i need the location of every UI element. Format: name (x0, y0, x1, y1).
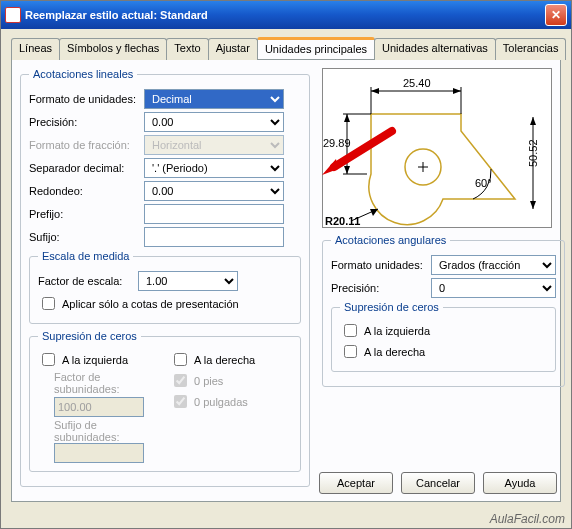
app-icon (5, 7, 21, 23)
scalefactor-label: Factor de escala: (38, 275, 138, 287)
fraction-format-select: Horizontal (144, 135, 284, 155)
close-button[interactable]: ✕ (545, 4, 567, 26)
tab-simbolos[interactable]: Símbolos y flechas (59, 38, 167, 60)
zs-inches-checkbox (174, 395, 187, 408)
prefix-label: Prefijo: (29, 208, 144, 220)
apply-layout-only-checkbox[interactable] (42, 297, 55, 310)
angular-precision-select[interactable]: 0 (431, 278, 556, 298)
svg-marker-5 (453, 88, 461, 94)
unit-format-select[interactable]: Decimal (144, 89, 284, 109)
watermark: AulaFacil.com (490, 512, 565, 526)
zs-inches-label: 0 pulgadas (194, 396, 248, 408)
zs-feet-label: 0 pies (194, 375, 223, 387)
svg-marker-4 (371, 88, 379, 94)
window-title: Reemplazar estilo actual: Standard (25, 9, 545, 21)
precision-label: Precisión: (29, 116, 144, 128)
decimal-separator-select[interactable]: '.' (Periodo) (144, 158, 284, 178)
preview-dim-radius: R20.11 (325, 215, 360, 227)
ang-zs-leading-checkbox[interactable] (344, 324, 357, 337)
roundoff-spinner[interactable]: 0.00 (144, 181, 284, 201)
tab-texto[interactable]: Texto (166, 38, 208, 60)
prefix-input[interactable] (144, 204, 284, 224)
zero-suppression-group: Supresión de ceros A la izquierda Factor… (29, 330, 301, 472)
scale-factor-spinner[interactable]: 1.00 (138, 271, 238, 291)
linear-group: Acotaciones lineales Formato de unidades… (20, 68, 310, 487)
preview-dim-angle: 60° (475, 177, 492, 189)
ok-button[interactable]: Aceptar (319, 472, 393, 494)
svg-marker-15 (530, 201, 536, 209)
tab-tolerancias[interactable]: Tolerancias (495, 38, 567, 60)
zs-leading-checkbox[interactable] (42, 353, 55, 366)
ang-unitfmt-label: Formato unidades: (331, 259, 431, 271)
ang-zs-trailing-checkbox[interactable] (344, 345, 357, 358)
zs-trailing-checkbox[interactable] (174, 353, 187, 366)
tab-ajustar[interactable]: Ajustar (208, 38, 258, 60)
ang-zs-leading-label: A la izquierda (364, 325, 430, 337)
angular-legend: Acotaciones angulares (331, 234, 450, 246)
scale-legend: Escala de medida (38, 250, 133, 262)
tab-unidades-principales[interactable]: Unidades principales (257, 37, 375, 59)
tab-lineas[interactable]: Líneas (11, 38, 60, 60)
zs-feet-checkbox (174, 374, 187, 387)
dialog-buttons: Aceptar Cancelar Ayuda (319, 472, 557, 494)
dimension-preview: 25.40 29.89 50.52 60° R20.11 (322, 68, 552, 228)
subfactor-label: Factor de subunidades: (54, 371, 160, 395)
dialog-window: Reemplazar estilo actual: Standard ✕ Lín… (0, 0, 572, 529)
scale-group: Escala de medida Factor de escala: 1.00 … (29, 250, 301, 324)
tabstrip: Líneas Símbolos y flechas Texto Ajustar … (11, 37, 561, 60)
zs-trailing-label: A la derecha (194, 354, 255, 366)
svg-marker-14 (530, 117, 536, 125)
apply-layout-only-label: Aplicar sólo a cotas de presentación (62, 298, 239, 310)
ang-zs-trailing-label: A la derecha (364, 346, 425, 358)
suffix-input[interactable] (144, 227, 284, 247)
titlebar: Reemplazar estilo actual: Standard ✕ (1, 1, 571, 29)
svg-marker-10 (344, 166, 350, 174)
angular-zs-group: Supresión de ceros A la izquierda A la d… (331, 301, 556, 372)
tab-panel: Acotaciones lineales Formato de unidades… (11, 60, 561, 502)
preview-dim-left: 29.89 (323, 137, 351, 149)
decsep-label: Separador decimal: (29, 162, 144, 174)
precision-select[interactable]: 0.00 (144, 112, 284, 132)
round-label: Redondeo: (29, 185, 144, 197)
help-button[interactable]: Ayuda (483, 472, 557, 494)
cancel-button[interactable]: Cancelar (401, 472, 475, 494)
angular-group: Acotaciones angulares Formato unidades: … (322, 234, 565, 387)
subsuffix-input (54, 443, 144, 463)
ang-precision-label: Precisión: (331, 282, 431, 294)
linear-legend: Acotaciones lineales (29, 68, 137, 80)
subfactor-input (54, 397, 144, 417)
zs-legend: Supresión de ceros (38, 330, 141, 342)
zs-leading-label: A la izquierda (62, 354, 128, 366)
preview-dim-right: 50.52 (527, 139, 539, 167)
fracfmt-label: Formato de fracción: (29, 139, 144, 151)
preview-dim-top: 25.40 (403, 77, 431, 89)
unitfmt-label: Formato de unidades: (29, 93, 144, 105)
svg-marker-9 (344, 114, 350, 122)
angular-format-select[interactable]: Grados (fracción decimal) (431, 255, 556, 275)
suffix-label: Sufijo: (29, 231, 144, 243)
angular-zs-legend: Supresión de ceros (340, 301, 443, 313)
tab-unidades-alternativas[interactable]: Unidades alternativas (374, 38, 496, 60)
subsuffix-label: Sufijo de subunidades: (54, 419, 160, 443)
